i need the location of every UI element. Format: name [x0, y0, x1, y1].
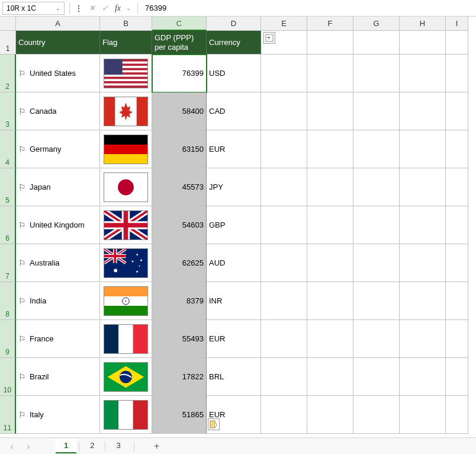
flag-cell[interactable] — [100, 244, 152, 282]
column-header[interactable]: G — [353, 17, 400, 31]
flag-cell[interactable] — [100, 92, 152, 130]
chevron-down-icon[interactable]: ⌄ — [122, 2, 135, 15]
paste-options-icon[interactable] — [208, 418, 220, 430]
cell[interactable] — [261, 92, 307, 130]
currency-cell[interactable]: CAD — [207, 92, 261, 130]
gdp-cell[interactable]: 54603 — [152, 206, 207, 244]
cell[interactable] — [307, 396, 353, 434]
flag-cell[interactable] — [100, 130, 152, 168]
cell[interactable] — [261, 130, 307, 168]
cell[interactable] — [446, 320, 468, 358]
country-cell[interactable]: ⚐Brazil — [16, 358, 100, 396]
cell[interactable] — [353, 130, 400, 168]
cell[interactable] — [261, 282, 307, 320]
cancel-formula-icon[interactable]: ✕ — [85, 2, 98, 15]
country-cell[interactable]: ⚐United States — [16, 55, 100, 92]
cell[interactable] — [400, 31, 446, 55]
currency-cell[interactable]: GBP — [207, 206, 261, 244]
tab-prev-icon[interactable]: ‹ — [5, 439, 19, 453]
currency-cell[interactable]: BRL — [207, 358, 261, 396]
country-cell[interactable]: ⚐Australia — [16, 244, 100, 282]
cell[interactable] — [446, 130, 468, 168]
country-cell[interactable]: ⚐Italy — [16, 396, 100, 434]
sheet-tab[interactable]: 3 — [108, 439, 128, 453]
row-header[interactable]: 7 — [0, 244, 16, 282]
row-header[interactable]: 5 — [0, 168, 16, 206]
gdp-cell[interactable]: 58400 — [152, 92, 207, 130]
country-cell[interactable]: ⚐Germany — [16, 130, 100, 168]
header-cell[interactable]: GDP (PPP) per capita — [152, 31, 207, 55]
cell[interactable] — [446, 55, 468, 92]
cell[interactable] — [261, 206, 307, 244]
sheet-tab[interactable]: 2 — [82, 439, 102, 453]
row-header[interactable]: 10 — [0, 358, 16, 396]
row-header[interactable]: 2 — [0, 55, 16, 92]
flag-cell[interactable] — [100, 55, 152, 92]
country-cell[interactable]: ⚐India — [16, 282, 100, 320]
cell[interactable] — [307, 244, 353, 282]
column-header[interactable]: A — [16, 17, 100, 31]
cell[interactable] — [261, 244, 307, 282]
gdp-cell[interactable]: 63150 — [152, 130, 207, 168]
cell[interactable] — [353, 320, 400, 358]
currency-cell[interactable]: INR — [207, 282, 261, 320]
cell[interactable] — [400, 320, 446, 358]
gdp-cell[interactable]: 8379 — [152, 282, 207, 320]
country-cell[interactable]: ⚐Japan — [16, 168, 100, 206]
column-header[interactable]: B — [100, 17, 152, 31]
cell[interactable] — [307, 320, 353, 358]
currency-cell[interactable]: EUR — [207, 320, 261, 358]
flag-cell[interactable] — [100, 320, 152, 358]
cell[interactable] — [400, 92, 446, 130]
row-header[interactable]: 6 — [0, 206, 16, 244]
row-header[interactable]: 1 — [0, 31, 16, 55]
gdp-cell[interactable]: 76399 — [152, 55, 207, 92]
cell[interactable] — [446, 92, 468, 130]
country-cell[interactable]: ⚐France — [16, 320, 100, 358]
cell[interactable] — [446, 244, 468, 282]
country-cell[interactable]: ⚐United Kingdom — [16, 206, 100, 244]
cell[interactable] — [400, 244, 446, 282]
row-header[interactable]: 4 — [0, 130, 16, 168]
header-cell[interactable]: Country — [16, 31, 100, 55]
formula-input[interactable]: 76399 — [140, 2, 476, 14]
flag-cell[interactable] — [100, 282, 152, 320]
header-cell[interactable]: Currency — [207, 31, 261, 55]
cell[interactable] — [261, 55, 307, 92]
cell[interactable] — [261, 396, 307, 434]
cell[interactable] — [353, 282, 400, 320]
cell[interactable] — [446, 31, 468, 55]
row-header[interactable]: 3 — [0, 92, 16, 130]
gdp-cell[interactable]: 17822 — [152, 358, 207, 396]
select-all-corner[interactable] — [0, 17, 16, 31]
column-header[interactable]: E — [261, 17, 307, 31]
cell[interactable] — [446, 168, 468, 206]
add-sheet-icon[interactable]: + — [150, 439, 164, 453]
column-header[interactable]: I — [446, 17, 468, 31]
cell[interactable] — [353, 168, 400, 206]
gdp-cell[interactable]: 51865 — [152, 396, 207, 434]
column-header[interactable]: C — [152, 17, 207, 31]
flag-cell[interactable] — [100, 396, 152, 434]
cell[interactable] — [307, 31, 353, 55]
cell[interactable] — [400, 282, 446, 320]
cell[interactable] — [400, 358, 446, 396]
cell[interactable] — [353, 55, 400, 92]
name-box[interactable]: 10R x 1C ⌄ — [2, 2, 65, 15]
cell[interactable] — [446, 358, 468, 396]
cell[interactable] — [307, 168, 353, 206]
cell[interactable] — [353, 358, 400, 396]
cell[interactable] — [261, 168, 307, 206]
currency-cell[interactable]: USD — [207, 55, 261, 92]
gdp-cell[interactable]: 62625 — [152, 244, 207, 282]
cell[interactable] — [307, 358, 353, 396]
flag-cell[interactable] — [100, 168, 152, 206]
gdp-cell[interactable]: 45573 — [152, 168, 207, 206]
country-cell[interactable]: ⚐Canada — [16, 92, 100, 130]
currency-cell[interactable]: JPY — [207, 168, 261, 206]
row-header[interactable]: 8 — [0, 282, 16, 320]
flag-cell[interactable] — [100, 358, 152, 396]
header-cell[interactable]: Flag — [100, 31, 152, 55]
cell[interactable] — [400, 396, 446, 434]
currency-cell[interactable]: EUR — [207, 130, 261, 168]
